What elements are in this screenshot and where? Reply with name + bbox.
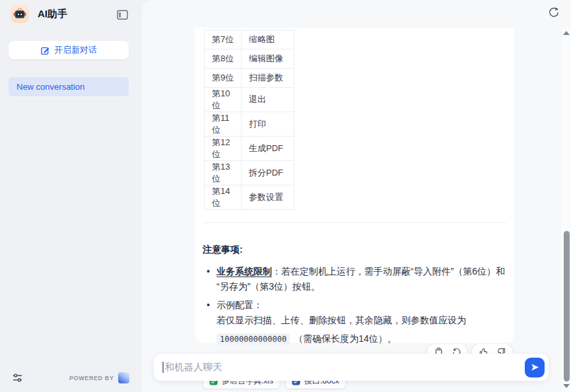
table-row: 第10位 退出 bbox=[205, 88, 294, 112]
refresh-button[interactable] bbox=[547, 6, 560, 19]
action-cell: 生成PDF bbox=[242, 137, 294, 161]
sidebar-header: AI助手 bbox=[0, 0, 142, 29]
rank-cell: 第8位 bbox=[205, 49, 242, 69]
note2-line: 若仅显示扫描、上传、删除按钮，其余隐藏，则参数值应设为 bbox=[217, 313, 506, 328]
assistant-message: 第7位 缩略图 第8位 编辑图像 第9位 扫描参数 第10位 退出 bbox=[195, 28, 514, 343]
notes-list: 业务系统限制：若在定制机上运行，需手动屏蔽“导入附件”（第6位）和“另存为”（第… bbox=[203, 264, 506, 347]
powered-by-label: POWERED BY bbox=[69, 375, 114, 381]
rank-cell: 第11位 bbox=[205, 112, 242, 137]
rank-cell: 第13位 bbox=[205, 161, 242, 185]
app-window: AI助手 开启新对话 New conversation bbox=[0, 0, 571, 392]
section-divider bbox=[203, 222, 506, 223]
table-row: 第8位 编辑图像 bbox=[205, 49, 294, 69]
send-icon bbox=[530, 362, 540, 372]
action-cell: 扫描参数 bbox=[242, 69, 294, 88]
app-title: AI助手 bbox=[38, 8, 67, 20]
note1-term: 业务系统限制 bbox=[217, 266, 272, 277]
brand-logo-icon bbox=[118, 372, 129, 383]
button-position-table: 第7位 缩略图 第8位 编辑图像 第9位 扫描参数 第10位 退出 bbox=[204, 30, 294, 210]
list-item: 示例配置： 若仅显示扫描、上传、删除按钮，其余隐藏，则参数值应设为 100000… bbox=[203, 298, 506, 347]
note2-title: 示例配置： bbox=[217, 298, 506, 313]
rank-cell: 第7位 bbox=[205, 30, 242, 49]
table-row: 第9位 扫描参数 bbox=[205, 69, 294, 88]
action-cell: 退出 bbox=[242, 88, 294, 112]
new-chat-button[interactable]: 开启新对话 bbox=[9, 41, 129, 59]
panel-toggle-icon bbox=[117, 10, 128, 20]
collapse-sidebar-button[interactable] bbox=[116, 8, 129, 21]
chat-input-placeholder: 和机器人聊天 bbox=[165, 361, 525, 374]
action-cell: 参数设置 bbox=[242, 185, 294, 210]
sliders-icon bbox=[12, 372, 23, 383]
refresh-icon bbox=[548, 7, 560, 18]
scrollbar bbox=[562, 28, 571, 392]
action-cell: 打印 bbox=[242, 112, 294, 137]
action-cell: 拆分PDF bbox=[242, 161, 294, 185]
text-caret bbox=[162, 362, 164, 373]
parameter-code: 10000000000000 bbox=[217, 333, 290, 345]
table-row: 第13位 拆分PDF bbox=[205, 161, 294, 185]
table-row: 第14位 参数设置 bbox=[205, 185, 294, 210]
rank-cell: 第14位 bbox=[205, 185, 242, 210]
action-cell: 编辑图像 bbox=[242, 49, 294, 69]
arrow-up-icon bbox=[563, 31, 570, 35]
sidebar-footer: POWERED BY bbox=[0, 371, 142, 385]
note2-suffix: （需确保长度为14位）。 bbox=[294, 333, 397, 344]
send-button[interactable] bbox=[525, 358, 545, 377]
assistant-avatar bbox=[11, 5, 29, 23]
table-row: 第11位 打印 bbox=[205, 112, 294, 137]
chat-area: 第7位 缩略图 第8位 编辑图像 第9位 扫描参数 第10位 退出 bbox=[142, 0, 571, 392]
compose-icon bbox=[40, 46, 50, 55]
arrow-down-icon bbox=[563, 384, 570, 388]
chat-input[interactable]: 和机器人聊天 bbox=[154, 354, 549, 381]
sidebar-item-conversation[interactable]: New conversation bbox=[9, 77, 129, 96]
rank-cell: 第9位 bbox=[205, 69, 242, 88]
scroll-up-button[interactable] bbox=[563, 31, 570, 36]
robot-icon bbox=[13, 7, 27, 21]
table-row: 第12位 生成PDF bbox=[205, 137, 294, 161]
list-item: 业务系统限制：若在定制机上运行，需手动屏蔽“导入附件”（第6位）和“另存为”（第… bbox=[203, 264, 506, 294]
scrollbar-thumb[interactable] bbox=[564, 231, 570, 381]
settings-button[interactable] bbox=[11, 371, 24, 384]
action-cell: 缩略图 bbox=[242, 30, 294, 49]
powered-by: POWERED BY bbox=[69, 372, 129, 383]
scroll-down-button[interactable] bbox=[563, 384, 570, 389]
rank-cell: 第10位 bbox=[205, 88, 242, 112]
conversation-label: New conversation bbox=[17, 82, 84, 92]
sidebar: AI助手 开启新对话 New conversation bbox=[0, 0, 142, 392]
notes-heading: 注意事项: bbox=[203, 244, 506, 256]
rank-cell: 第12位 bbox=[205, 137, 242, 161]
table-row: 第7位 缩略图 bbox=[205, 30, 294, 49]
new-chat-label: 开启新对话 bbox=[54, 44, 97, 56]
